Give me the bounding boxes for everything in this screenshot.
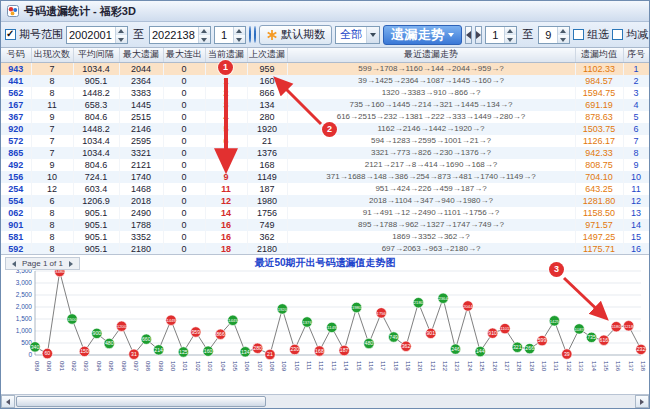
pager-next-button[interactable] (66, 259, 76, 268)
scrollbar-thumb[interactable] (16, 396, 266, 407)
table-cell: 3352 (119, 231, 163, 243)
column-header[interactable]: 平均间隔 (73, 48, 119, 62)
table-row[interactable]: 57271034.425950621594→1283→2595→1001→21→… (1, 135, 649, 147)
table-cell: 581 (1, 231, 31, 243)
horizontal-scrollbar[interactable] (1, 394, 649, 408)
default-periods-button[interactable]: 默认期数 (259, 25, 332, 45)
table-cell: 1281.80 (575, 195, 623, 207)
table-cell: 6 (205, 135, 247, 147)
table-row[interactable]: 9018905.11788016749895→1788→962→1327→174… (1, 219, 649, 231)
column-header[interactable]: 最大遗漏 (119, 48, 163, 62)
chart-point-value: 1218 (624, 324, 634, 329)
table-row[interactable]: 0628905.12490014175691→491→12→2490→1101→… (1, 207, 649, 219)
table-row[interactable]: 16711658.3144503134735→160→1445→214→321→… (1, 99, 649, 111)
table-row[interactable]: 5928905.121800182180697→2063→963→2180→?1… (1, 243, 649, 255)
right-arrow-icon (476, 31, 481, 39)
column-header[interactable]: 遗漏均值 (575, 48, 623, 62)
column-header[interactable]: 出现次数 (31, 48, 73, 62)
table-cell: 5 (623, 111, 649, 123)
pos-to-input[interactable] (539, 27, 557, 43)
scroll-right-button[interactable] (635, 395, 649, 408)
x-tick-label: 101 (182, 361, 188, 372)
table-row[interactable]: 92071448.221460519201162→2146→1442→1920→… (1, 123, 649, 135)
next-button[interactable] (475, 26, 482, 44)
spinner-up-icon[interactable] (558, 27, 569, 35)
table-row[interactable]: 15610724.11740091149371→1688→148→386→254… (1, 171, 649, 183)
x-tick-label: 113 (331, 361, 337, 371)
table-row[interactable]: 55461206.9201801219802018→1104→347→940→1… (1, 195, 649, 207)
period-from-input[interactable] (67, 27, 115, 43)
chart-point-value: 187 (340, 347, 349, 353)
table-cell: 7 (31, 147, 73, 159)
table-cell: 2515 (119, 111, 163, 123)
toolbar: 期号范围 至 默认期数 全部 遗漏走势 (1, 22, 649, 48)
column-header[interactable]: 序号 (623, 48, 649, 62)
table-cell: 11 (623, 183, 649, 195)
spinner-down-icon[interactable] (505, 35, 516, 43)
prev-button[interactable] (465, 26, 472, 44)
chart-point-value: 910 (488, 330, 497, 336)
table-cell: 11 (205, 183, 247, 195)
table-row[interactable]: 94371034.4204400959599→1708→1160→144→204… (1, 62, 649, 75)
circle-arrow-button-2[interactable] (254, 26, 256, 43)
table-cell: 18 (205, 243, 247, 255)
chevron-down-icon[interactable] (366, 27, 379, 43)
spinner-down-icon[interactable] (558, 35, 569, 43)
spinner-up-icon[interactable] (505, 27, 516, 35)
table-cell: 1920 (247, 123, 287, 135)
column-header[interactable]: 号码 (1, 48, 31, 62)
spinner-down-icon[interactable] (199, 35, 210, 43)
table-cell: 905.1 (73, 75, 119, 87)
spinner-down-icon[interactable] (116, 35, 127, 43)
spinner-up-icon[interactable] (234, 27, 245, 35)
column-header[interactable]: 最大连出 (163, 48, 205, 62)
table-cell: 8 (31, 219, 73, 231)
table-row[interactable]: 86571034.433210713763321→773→826→230→137… (1, 147, 649, 159)
table-row[interactable]: 56281448.23383028661320→3383→910→866→?15… (1, 87, 649, 99)
table-row[interactable]: 4929804.62121081682121→217→8→414→1690→16… (1, 159, 649, 171)
trend-mode-button[interactable]: 遗漏走势 (383, 25, 462, 45)
chart-point-value: 1087 (574, 327, 584, 332)
chart-point-value: 749 (389, 334, 398, 340)
spinner-up-icon[interactable] (199, 27, 210, 35)
scope-select[interactable]: 全部 (335, 26, 380, 44)
table-cell: 1740 (119, 171, 163, 183)
table-cell: 1448.2 (73, 87, 119, 99)
step-input[interactable] (215, 27, 233, 43)
y-tick-label: 0 (28, 351, 32, 358)
table-row[interactable]: 3679804.6251504280616→2515→232→1381→222→… (1, 111, 649, 123)
table-cell: 2018→1104→347→940→1980→? (287, 195, 575, 207)
x-tick-label: 108 (269, 361, 275, 372)
table-cell: 1034.4 (73, 135, 119, 147)
x-tick-label: 098 (145, 361, 151, 372)
circle-arrow-button-1[interactable] (249, 26, 251, 43)
table-row[interactable]: 25412603.41468011187951→424→226→459→187→… (1, 183, 649, 195)
spinner-up-icon[interactable] (116, 27, 127, 35)
period-range-checkbox[interactable]: 期号范围 (5, 27, 63, 42)
table-cell: 1320→3383→910→866→? (287, 87, 575, 99)
table-cell: 0 (163, 75, 205, 87)
column-header[interactable]: 当前遗漏 (205, 48, 247, 62)
table-cell: 3321→773→826→230→1376→? (287, 147, 575, 159)
chart-point-value: 616 (600, 337, 609, 343)
group-select-checkbox[interactable]: 组选 (573, 27, 609, 42)
table-row[interactable]: 4418905.123640116039→1425→2364→1087→1445… (1, 75, 649, 87)
scroll-left-button[interactable] (1, 395, 15, 408)
spinner-down-icon[interactable] (234, 35, 245, 43)
table-row[interactable]: 5818905.133520163621869→3352→362→?1497.2… (1, 231, 649, 243)
table-cell: 9 (623, 159, 649, 171)
pos-from-input[interactable] (486, 27, 504, 43)
y-tick-label: 2,000 (16, 303, 33, 310)
period-to-input[interactable] (150, 27, 198, 43)
table-cell: 8 (31, 87, 73, 99)
table-cell: 3321 (119, 147, 163, 159)
table-cell: 592 (1, 243, 31, 255)
column-header[interactable]: 上次遗漏 (247, 48, 287, 62)
table-cell: 866 (247, 87, 287, 99)
x-tick-label: 090 (46, 361, 52, 372)
table-cell: 865 (1, 147, 31, 159)
table-cell: 554 (1, 195, 31, 207)
pager-prev-button[interactable] (9, 259, 19, 268)
column-header[interactable]: 最近遗漏走势 (287, 48, 575, 62)
avg-reduce-checkbox[interactable]: 均减 (612, 27, 648, 42)
